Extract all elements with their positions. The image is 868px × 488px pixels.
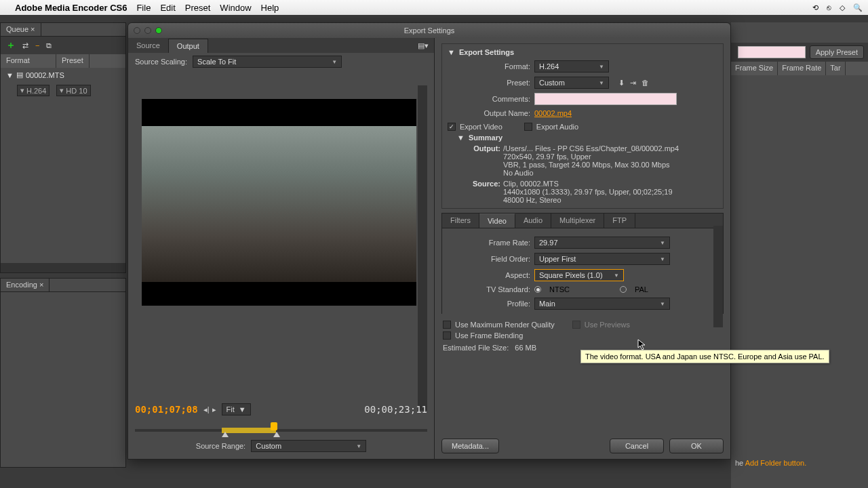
output-name-label: Output Name:: [448, 109, 530, 117]
duplicate-icon[interactable]: ⧉: [46, 41, 52, 50]
menu-file[interactable]: File: [136, 3, 151, 13]
play-icon[interactable]: ▸: [212, 405, 216, 414]
dialog-title: Export Settings: [404, 26, 455, 35]
metadata-button[interactable]: Metadata...: [441, 439, 499, 453]
menu-window[interactable]: Window: [220, 3, 251, 13]
frame-rate-dropdown[interactable]: 29.97▼: [534, 237, 670, 249]
cancel-button[interactable]: Cancel: [610, 439, 664, 453]
sync-icon[interactable]: ⟲: [812, 3, 818, 12]
queue-tab[interactable]: Queue ×: [1, 23, 41, 36]
apply-preset-button[interactable]: Apply Preset: [810, 45, 864, 59]
field-order-dropdown[interactable]: Upper First▼: [534, 253, 670, 265]
source-scaling-dropdown[interactable]: Scale To Fit▼: [193, 56, 342, 68]
col-format[interactable]: Format: [1, 54, 56, 68]
zoom-dropdown[interactable]: Fit▼: [222, 403, 251, 415]
timecode-duration: 00;00;23;11: [364, 404, 427, 415]
pal-label: PAL: [635, 285, 648, 293]
queue-file[interactable]: ▼ ▤ 00002.MTS: [1, 68, 125, 82]
use-previews-checkbox: [572, 321, 580, 329]
ntsc-radio[interactable]: [534, 286, 541, 293]
clip-icon: ▤: [16, 70, 23, 79]
summary-header[interactable]: ▼Summary: [457, 134, 717, 142]
preview-menu-icon[interactable]: ▤▾: [412, 41, 434, 50]
ok-button[interactable]: OK: [669, 439, 724, 453]
menu-preset[interactable]: Preset: [185, 3, 211, 13]
tv-standard-label: TV Standard:: [448, 285, 530, 293]
summary-output-audio: No Audio: [503, 169, 717, 177]
tab-filters[interactable]: Filters: [442, 214, 479, 228]
export-video-label: Export Video: [460, 123, 502, 131]
preview-vscroll[interactable]: [418, 85, 427, 411]
remove-icon[interactable]: −: [35, 41, 39, 49]
close-dot[interactable]: [134, 27, 140, 34]
tab-audio[interactable]: Audio: [515, 214, 551, 228]
export-audio-checkbox[interactable]: [524, 123, 532, 131]
queue-toolbar: ＋ ⇄ − ⧉: [1, 37, 125, 54]
tab-video[interactable]: Video: [479, 214, 515, 228]
frame-blending-label: Use Frame Blending: [455, 331, 523, 340]
format-dropdown[interactable]: H.264▼: [534, 60, 609, 73]
source-range-label: Source Range:: [196, 442, 245, 450]
source-scaling-label: Source Scaling:: [135, 58, 187, 66]
preset-dropdown[interactable]: Custom▼: [534, 77, 609, 89]
pal-radio[interactable]: [620, 286, 627, 293]
min-dot[interactable]: [144, 27, 151, 34]
tab-output[interactable]: Output: [168, 39, 208, 53]
tab-ftp[interactable]: FTP: [604, 214, 635, 228]
queue-scroll[interactable]: [1, 263, 125, 272]
preview-image: [142, 99, 416, 306]
settings-icon[interactable]: ⇄: [22, 41, 28, 50]
playhead[interactable]: [271, 422, 277, 430]
frame-blending-checkbox[interactable]: [443, 331, 451, 340]
summary-source-clip: Clip, 00002.MTS: [503, 180, 717, 188]
in-point[interactable]: [222, 432, 229, 437]
summary-output-k: Output:: [467, 144, 500, 152]
tab-source[interactable]: Source: [128, 39, 168, 52]
dialog-titlebar[interactable]: Export Settings: [128, 23, 730, 38]
queue-format-row[interactable]: ▾H.264 ▾HD 10: [1, 82, 125, 99]
field-order-label: Field Order:: [448, 255, 530, 263]
search-icon[interactable]: 🔍: [853, 3, 863, 12]
comments-input[interactable]: [534, 93, 677, 105]
step-back-icon[interactable]: ◂|: [203, 405, 210, 414]
encoding-tab[interactable]: Encoding ×: [1, 279, 50, 291]
twirl-icon[interactable]: ▼: [6, 71, 14, 79]
import-preset-icon[interactable]: ⇥: [630, 79, 636, 87]
summary-source-dims: 1440x1080 (1.3333), 29.97 fps, Upper, 00…: [503, 188, 717, 196]
max-quality-checkbox[interactable]: [443, 321, 451, 329]
summary-output-path: /Users/... Files - PP CS6 Ess/Chapter_08…: [503, 144, 717, 152]
export-settings-dialog: Export Settings Source Output ▤▾ Source …: [127, 22, 731, 460]
col-target[interactable]: Tar: [826, 62, 845, 75]
app-name: Adobe Media Encoder CS6: [15, 3, 127, 13]
zoom-dot[interactable]: [155, 27, 162, 34]
video-settings-scroll[interactable]: [713, 226, 723, 327]
preset-dropdown[interactable]: ▾HD 10: [56, 85, 90, 96]
save-preset-icon[interactable]: ⬇: [618, 79, 625, 87]
col-framesize[interactable]: Frame Size: [731, 62, 778, 75]
aspect-dropdown[interactable]: Square Pixels (1.0)▼: [534, 269, 624, 281]
bluetooth-icon[interactable]: ⎋: [827, 3, 831, 12]
preset-search[interactable]: [738, 46, 806, 58]
source-range-dropdown[interactable]: Custom▼: [251, 440, 366, 452]
export-settings-header[interactable]: ▼Export Settings: [448, 48, 717, 56]
menu-help[interactable]: Help: [261, 3, 279, 13]
wifi-icon[interactable]: ◇: [840, 3, 845, 12]
add-folder-link[interactable]: Add Folder button.: [745, 459, 807, 467]
output-name-link[interactable]: 00002.mp4: [534, 109, 572, 117]
timecode-current[interactable]: 00;01;07;08: [135, 404, 198, 415]
format-label: Format:: [448, 62, 530, 70]
menu-edit[interactable]: Edit: [160, 3, 175, 13]
export-video-checkbox[interactable]: ✓: [448, 123, 456, 131]
profile-dropdown[interactable]: Main▼: [534, 298, 670, 310]
est-filesize-value: 66 MB: [515, 344, 536, 352]
tab-multiplexer[interactable]: Multiplexer: [551, 214, 604, 228]
format-dropdown[interactable]: ▾H.264: [17, 85, 50, 96]
delete-preset-icon[interactable]: 🗑: [642, 79, 649, 87]
out-point[interactable]: [273, 432, 280, 437]
add-icon[interactable]: ＋: [6, 39, 16, 52]
col-framerate[interactable]: Frame Rate: [778, 62, 826, 75]
video-settings: Frame Rate: 29.97▼ Field Order: Upper Fi…: [441, 228, 724, 314]
col-preset[interactable]: Preset: [56, 54, 90, 68]
timeline-slider[interactable]: [135, 420, 427, 436]
aspect-label: Aspect:: [448, 271, 530, 279]
